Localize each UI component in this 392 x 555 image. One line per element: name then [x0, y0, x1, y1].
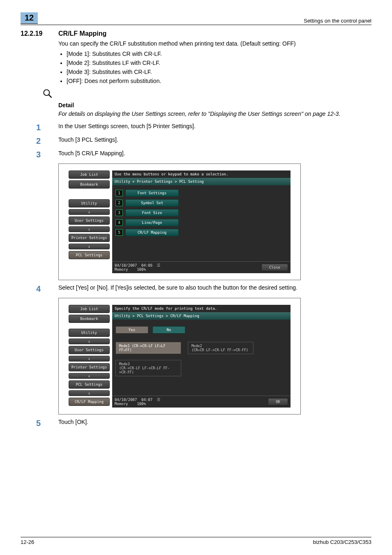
arrow-down-icon: ↓ [69, 339, 110, 344]
svg-point-0 [44, 90, 49, 96]
running-head: Settings on the control panel [304, 18, 371, 24]
menu-number: 2 [115, 200, 123, 206]
no-button[interactable]: No [152, 326, 185, 334]
step-4: 4 Select [Yes] or [No]. If [Yes]is selec… [36, 284, 371, 294]
footer-page-number: 12-26 [21, 539, 34, 545]
crlf-mapping-button[interactable]: CR/LF Mapping [125, 229, 179, 236]
step-number: 5 [36, 419, 58, 428]
mode2-button[interactable]: Mode2(CR=CR LF->CR-LF FF->CR-FF) [188, 342, 254, 354]
printer-settings-button[interactable]: Printer Settings [69, 363, 110, 371]
menu-number: 3 [115, 210, 123, 216]
menu-number: 1 [115, 190, 123, 196]
utility-button[interactable]: Utility [69, 329, 110, 337]
screenshot-2: Job List Bookmark Utility ↓ User Setting… [69, 305, 291, 408]
step-number: 4 [36, 284, 58, 294]
crlf-mapping-crumb[interactable]: CR/LF Mapping [69, 398, 110, 406]
step-5: 5 Touch [OK]. [36, 419, 371, 428]
mode1-button[interactable]: Mode1 (CR->CR-LF LF=LF FF=FF) [115, 342, 181, 354]
mode-bullet-list: [Mode 1]: Substitutes CR with CR-LF. [Mo… [58, 50, 371, 85]
step-2: 2 Touch [3 PCL Settings]. [36, 136, 371, 146]
breadcrumb-bar: Utility > PCL Settings > CR/LF Mapping [112, 312, 291, 320]
page-footer: 12-26 bizhub C203/C253/C353 [21, 537, 371, 545]
step-text: Touch [OK]. [58, 419, 371, 428]
font-settings-button[interactable]: Font Settings [125, 189, 179, 197]
breadcrumb-bar: Utility > Printer Settings > PCL Setting [112, 178, 291, 185]
status-datetime: 04/10/2007 04:06 ☰ Memory 100% [115, 263, 160, 272]
step-number: 3 [36, 150, 58, 159]
section-intro: You can specify the CR/LF substitution m… [58, 40, 371, 48]
arrow-down-icon: ↓ [69, 390, 110, 396]
printer-settings-button[interactable]: Printer Settings [69, 234, 110, 242]
panel-instruction: Specify the CR/LF mode for printing text… [112, 305, 291, 312]
bookmark-button[interactable]: Bookmark [69, 180, 110, 189]
top-bar: 12 Settings on the control panel [21, 12, 371, 25]
arrow-down-icon: ↓ [69, 209, 110, 215]
arrow-down-icon: ↓ [69, 356, 110, 362]
detail-body: For details on displaying the User Setti… [58, 110, 371, 118]
screenshot-1-frame: Job List Bookmark Utility ↓ User Setting… [58, 164, 301, 280]
step-text: In the User Settings screen, touch [5 Pr… [58, 123, 371, 132]
line-page-button[interactable]: Line/Page [125, 219, 179, 226]
chapter-number-box: 12 [21, 12, 38, 24]
footer-model: bizhub C203/C253/C353 [313, 539, 371, 545]
section-heading: 12.2.19 CR/LF Mapping [21, 30, 371, 37]
detail-heading: Detail [58, 102, 371, 108]
step-text: Touch [5 CR/LF Mapping]. [58, 150, 371, 159]
step-1: 1 In the User Settings screen, touch [5 … [36, 123, 371, 132]
step-text: Select [Yes] or [No]. If [Yes]is selecte… [58, 284, 371, 294]
job-list-button[interactable]: Job List [69, 305, 110, 313]
section-title: CR/LF Mapping [58, 30, 106, 37]
pcl-settings-button[interactable]: PCL Settings [69, 380, 110, 389]
step-text: Touch [3 PCL Settings]. [58, 136, 371, 146]
pcl-settings-button[interactable]: PCL Settings [69, 251, 110, 259]
menu-number: 5 [115, 229, 123, 236]
step-number: 1 [36, 123, 58, 132]
utility-button[interactable]: Utility [69, 199, 110, 207]
symbol-set-button[interactable]: Symbol Set [125, 199, 179, 207]
status-datetime: 04/10/2007 04:07 ☰ Memory 100% [115, 398, 160, 406]
font-size-button[interactable]: Font Size [125, 209, 179, 216]
yes-button[interactable]: Yes [115, 326, 148, 334]
menu-number: 4 [115, 219, 123, 226]
ok-button[interactable]: OK [268, 398, 288, 405]
bullet-mode3: [Mode 3]: Substitutes with CR-LF. [67, 68, 371, 76]
section-number: 12.2.19 [21, 30, 58, 37]
bullet-mode1: [Mode 1]: Substitutes CR with CR-LF. [67, 50, 371, 58]
bookmark-button[interactable]: Bookmark [69, 315, 110, 323]
bullet-off: [OFF]: Does not perform substitution. [67, 77, 371, 85]
step-3: 3 Touch [5 CR/LF Mapping]. [36, 150, 371, 159]
close-button[interactable]: Close [261, 264, 288, 271]
panel-instruction: Use the menu buttons or keypad to make a… [112, 170, 291, 178]
screenshot-1: Job List Bookmark Utility ↓ User Setting… [69, 170, 291, 273]
screenshot-2-frame: Job List Bookmark Utility ↓ User Setting… [58, 298, 301, 415]
user-settings-button[interactable]: User Settings [69, 216, 110, 225]
arrow-down-icon: ↓ [69, 373, 110, 379]
step-number: 2 [36, 136, 58, 146]
user-settings-button[interactable]: User Settings [69, 346, 110, 354]
arrow-down-icon: ↓ [69, 244, 110, 249]
svg-line-1 [49, 95, 52, 98]
bullet-mode2: [Mode 2]: Substitutes LF with CR-LF. [67, 59, 371, 67]
arrow-down-icon: ↓ [69, 226, 110, 232]
job-list-button[interactable]: Job List [69, 170, 110, 179]
magnifier-icon [42, 88, 371, 101]
mode3-button[interactable]: Mode3(CR->CR-LF LF->CR-LF FF->CR-FF) [115, 360, 181, 376]
